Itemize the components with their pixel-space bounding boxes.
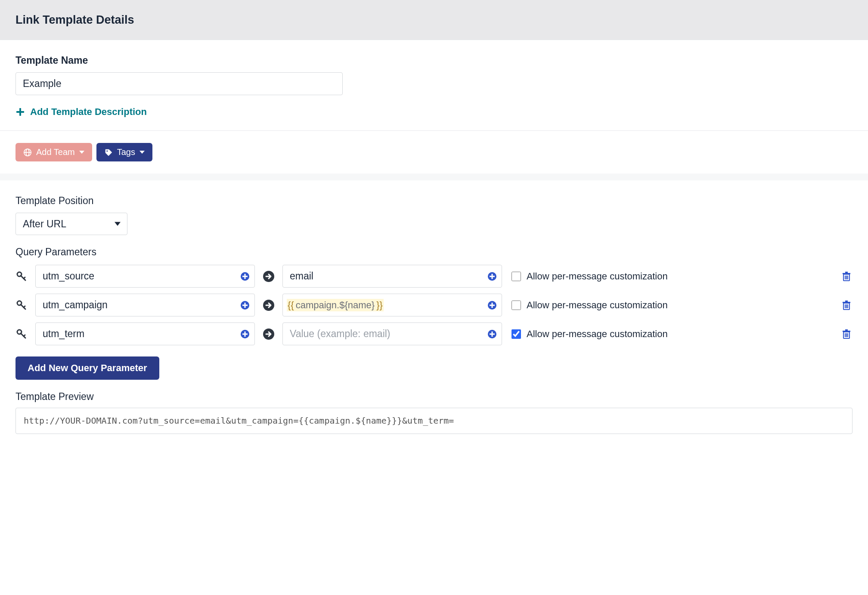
query-parameters-heading: Query Parameters	[16, 245, 852, 259]
add-team-label: Add Team	[36, 146, 75, 158]
template-name-label: Template Name	[16, 54, 852, 67]
allow-customization-checkbox-wrap[interactable]: Allow per-message customization	[510, 270, 834, 283]
key-icon	[16, 271, 28, 282]
template-name-section: Template Name Add Template Description	[0, 40, 868, 131]
tags-button[interactable]: Tags	[96, 143, 152, 161]
add-team-button[interactable]: Add Team	[16, 143, 92, 161]
param-key-input[interactable]	[35, 265, 255, 288]
template-position-section: Template Position After URL Query Parame…	[0, 180, 868, 448]
allow-customization-checkbox-wrap[interactable]: Allow per-message customization	[510, 328, 834, 341]
add-query-parameter-button[interactable]: Add New Query Parameter	[16, 356, 159, 380]
add-description-label: Add Template Description	[30, 105, 147, 118]
template-position-label: Template Position	[16, 194, 852, 208]
key-icon	[16, 300, 28, 310]
arrow-right-icon	[263, 328, 275, 340]
allow-customization-label: Allow per-message customization	[527, 299, 668, 312]
allow-customization-checkbox[interactable]	[512, 301, 521, 310]
query-parameters-list: Allow per-message customization {{campai…	[16, 265, 852, 345]
param-value-input[interactable]	[282, 322, 502, 345]
allow-customization-checkbox[interactable]	[512, 329, 521, 339]
delete-row-button[interactable]	[841, 300, 852, 310]
template-name-input[interactable]	[16, 72, 343, 95]
caret-down-icon	[79, 151, 84, 154]
param-key-input[interactable]	[35, 322, 255, 345]
template-position-select[interactable]: After URL	[16, 213, 127, 235]
template-preview-label: Template Preview	[16, 390, 852, 403]
allow-customization-label: Allow per-message customization	[527, 270, 668, 283]
query-parameter-row: Allow per-message customization	[16, 322, 852, 345]
delete-row-button[interactable]	[841, 271, 852, 282]
templated-value-chip: {{campaign.${name}}}	[287, 299, 384, 312]
key-icon	[16, 329, 28, 339]
allow-customization-label: Allow per-message customization	[527, 328, 668, 341]
allow-customization-checkbox[interactable]	[512, 272, 521, 281]
insert-variable-value-button[interactable]	[487, 272, 497, 281]
allow-customization-checkbox-wrap[interactable]: Allow per-message customization	[510, 299, 834, 312]
insert-variable-key-button[interactable]	[240, 272, 250, 281]
query-parameter-row: {{campaign.${name}}} Allow per-message c…	[16, 294, 852, 316]
insert-variable-value-button[interactable]	[487, 329, 497, 339]
template-preview-output: http://YOUR-DOMAIN.com?utm_source=email&…	[16, 408, 852, 434]
tag-icon	[104, 148, 113, 157]
arrow-right-icon	[263, 299, 275, 311]
param-value-input[interactable]	[282, 265, 502, 288]
plus-icon	[16, 107, 25, 117]
insert-variable-key-button[interactable]	[240, 329, 250, 339]
query-parameter-row: Allow per-message customization	[16, 265, 852, 288]
insert-variable-value-button[interactable]	[487, 301, 497, 310]
globe-icon	[23, 148, 32, 157]
page-header: Link Template Details	[0, 0, 868, 40]
param-key-input[interactable]	[35, 294, 255, 316]
tags-section: Add Team Tags	[0, 131, 868, 180]
arrow-right-icon	[263, 270, 275, 282]
add-description-button[interactable]: Add Template Description	[16, 105, 147, 118]
insert-variable-key-button[interactable]	[240, 301, 250, 310]
delete-row-button[interactable]	[841, 329, 852, 339]
caret-down-icon	[140, 151, 145, 154]
page-title: Link Template Details	[16, 12, 852, 28]
tags-label: Tags	[117, 146, 135, 158]
